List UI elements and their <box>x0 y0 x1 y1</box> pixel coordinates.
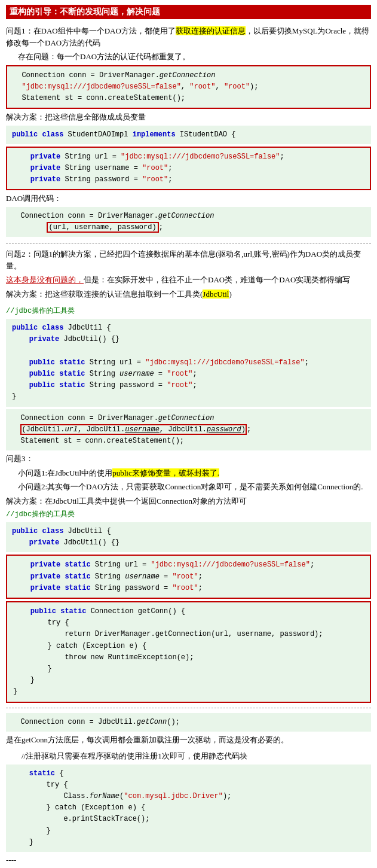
page-title: 重构的引导：不断的发现问题，解决问题 <box>6 5 371 19</box>
q2-text: 问题2：问题1的解决方案，已经把四个连接数据库的基本信息(驱动名,url,账号,… <box>6 248 371 272</box>
section-q1: 问题1：在DAO组件中每一个DAO方法，都使用了获取连接的认证信息，以后要切换M… <box>6 25 371 237</box>
code-block-4: Connection conn = DriverManager.getConne… <box>6 207 371 237</box>
page: 重构的引导：不断的发现问题，解决问题 问题1：在DAO组件中每一个DAO方法，都… <box>0 0 377 868</box>
q3-h1: public来修饰变量，破坏封装了. <box>112 468 219 477</box>
code-block-10: Connection conn = JdbcUtil.getConn(); <box>6 713 371 732</box>
divider-2 <box>6 708 371 708</box>
q1-text: 问题1：在DAO组件中每一个DAO方法，都使用了获取连接的认证信息，以后要切换M… <box>6 25 371 48</box>
q2-sub: 这本身是没有问题的，但是：在实际开发中，往往不止一个DAO类，难道每一个DAO实… <box>6 274 371 286</box>
q2-text2: 但是：在实际开发中，往往不止一个DAO类，难道每一个DAO实现类都得编写 <box>84 275 350 284</box>
static-note: //注册驱动只需要在程序驱动的使用注册1次即可，使用静态代码块 <box>6 750 371 762</box>
divider-1 <box>6 243 371 243</box>
section-q2: 问题2：问题1的解决方案，已经把四个连接数据库的基本信息(驱动名,url,账号,… <box>6 248 371 300</box>
q1-highlight: 获取连接的认证信息 <box>176 26 246 35</box>
q4-note: ----问题 写. <box>6 854 371 868</box>
code-block-5: public class JdbcUtil { private JdbcUtil… <box>6 319 371 406</box>
q3-label: 问题3： <box>6 453 371 465</box>
code-block-9: public static Connection getConn() { try… <box>6 601 371 703</box>
q3-sub1: 小问题1:在JdbcUtil中的使用public来修饰变量，破坏封装了. <box>6 467 371 479</box>
jdbc-comment-2: //jdbc操作的工具类 <box>6 509 371 520</box>
code-block-1: Connection conn = DriverManager.getConne… <box>6 65 371 109</box>
jdbc-comment-1: //jdbc操作的工具类 <box>6 306 371 316</box>
q1-solution-label: 解决方案：把这些信息全部做成成员变量 <box>6 111 371 123</box>
q1-problem: 存在问题：每一个DAO方法的认证代码都重复了。 <box>6 51 371 63</box>
code-block-2: public class StudentDAOImpl implements I… <box>6 126 371 144</box>
q3-solution: 解决方案：在JdbcUtil工具类中提供一个返回Connection对象的方法即… <box>6 495 371 507</box>
getconn-note: 是在getConn方法底层，每次调用都会重新加载注册一次驱动，而这是没有必要的。 <box>6 734 371 746</box>
title-text: 重构的引导：不断的发现问题，解决问题 <box>10 7 160 16</box>
code-block-7: public class JdbcUtil { private JdbcUtil… <box>6 522 371 552</box>
code-block-6: Connection conn = DriverManager.getConne… <box>6 409 371 451</box>
q2-solution: 解决方案：把这些获取连接的认证信息抽取到一个工具类(JdbcUtil) <box>6 288 371 300</box>
q2-label: 问题2：问题1的解决方案，已经把四个连接数据库的基本信息(驱动名,url,账号,… <box>6 249 361 270</box>
dao-call-label: DAO调用代码： <box>6 193 371 205</box>
q3-sub2: 小问题2:其实每一个DAO方法，只需要获取Connection对象即可，是不需要… <box>6 481 371 493</box>
code-block-8: private static String url = "jdbc:mysql:… <box>6 555 371 599</box>
code-block-11: static { try { Class.forName("com.mysql.… <box>6 765 371 852</box>
jdbcutil-highlight: JdbcUtil <box>203 290 229 299</box>
code-block-3: private String url = "jdbc:mysql:///jdbc… <box>6 147 371 191</box>
q2-highlight: 这本身是没有问题的， <box>6 275 84 284</box>
q1-label: 问题1：在DAO组件中每一个DAO方法，都使用了 <box>6 26 176 35</box>
